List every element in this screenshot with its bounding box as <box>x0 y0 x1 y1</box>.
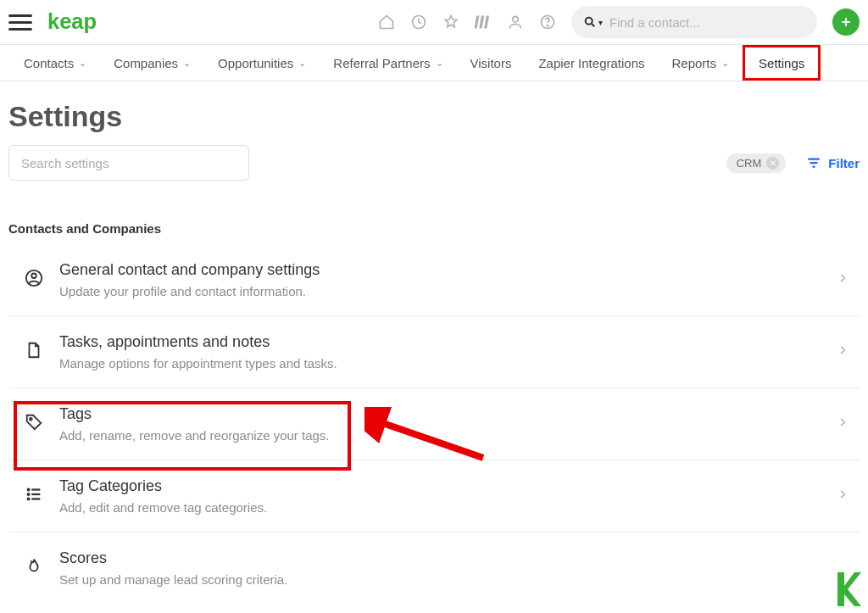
row-title: Scores <box>59 549 826 567</box>
row-tag-categories[interactable]: Tag CategoriesAdd, edit and remove tag c… <box>8 460 860 532</box>
chevron-down-icon: ⌄ <box>436 58 443 69</box>
list-icon <box>25 485 43 507</box>
filter-button[interactable]: Filter <box>806 155 860 170</box>
nav-opportunities[interactable]: Opportunities⌄ <box>204 45 320 81</box>
svg-point-11 <box>30 418 32 421</box>
row-title: Tasks, appointments and notes <box>59 333 826 351</box>
svg-point-7 <box>547 25 548 26</box>
svg-point-10 <box>31 274 36 279</box>
close-icon[interactable]: ✕ <box>766 157 779 170</box>
keap-corner-logo <box>832 572 861 606</box>
chevron-right-icon <box>837 416 849 432</box>
person-circle-icon <box>25 269 43 291</box>
nav-reports[interactable]: Reports⌄ <box>659 45 743 81</box>
clock-icon[interactable] <box>410 14 427 31</box>
settings-list: General contact and company settingsUpda… <box>0 244 868 604</box>
chevron-right-icon <box>837 272 849 287</box>
row-tags[interactable]: TagsAdd, rename, remove and reorganize y… <box>8 388 860 460</box>
nav-visitors[interactable]: Visitors <box>457 45 526 81</box>
chevron-down-icon: ⌄ <box>79 58 86 69</box>
document-icon <box>25 341 43 363</box>
filter-pill-crm[interactable]: CRM✕ <box>726 153 787 173</box>
add-button[interactable] <box>832 8 860 36</box>
nav-settings[interactable]: Settings <box>743 45 821 81</box>
brand-logo[interactable]: keap <box>47 9 118 35</box>
svg-point-13 <box>28 493 30 495</box>
row-desc: Add, edit and remove tag categories. <box>59 500 826 515</box>
menu-icon[interactable] <box>8 10 32 34</box>
star-icon[interactable] <box>442 14 459 31</box>
search-icon: ▾ <box>583 15 603 29</box>
controls-row: CRM✕ Filter <box>0 145 868 181</box>
section-title: Contacts and Companies <box>0 181 868 244</box>
chevron-right-icon <box>837 488 849 504</box>
row-tasks[interactable]: Tasks, appointments and notesManage opti… <box>8 316 860 388</box>
row-general-settings[interactable]: General contact and company settingsUpda… <box>8 244 860 316</box>
flame-icon <box>25 557 43 579</box>
chevron-down-icon: ⌄ <box>721 58 729 69</box>
top-icon-group <box>378 14 556 31</box>
svg-rect-2 <box>475 16 479 29</box>
svg-point-5 <box>513 16 519 22</box>
svg-point-8 <box>586 18 593 25</box>
nav-bar: Contacts⌄ Companies⌄ Opportunities⌄ Refe… <box>0 44 868 81</box>
svg-text:keap: keap <box>47 9 97 33</box>
row-title: General contact and company settings <box>59 261 826 279</box>
svg-rect-3 <box>479 16 484 29</box>
row-title: Tags <box>59 405 826 423</box>
tag-icon <box>25 413 43 435</box>
filter-icon <box>806 155 821 170</box>
svg-point-12 <box>28 489 30 491</box>
nav-contacts[interactable]: Contacts⌄ <box>10 45 100 81</box>
row-desc: Add, rename, remove and reorganize your … <box>59 428 826 443</box>
row-desc: Update your profile and contact informat… <box>59 284 826 298</box>
row-title: Tag Categories <box>59 477 826 495</box>
nav-zapier[interactable]: Zapier Integrations <box>525 45 658 81</box>
svg-rect-4 <box>484 16 489 29</box>
chevron-down-icon: ⌄ <box>183 58 191 69</box>
contact-search[interactable]: ▾ <box>571 6 817 38</box>
nav-referral-partners[interactable]: Referral Partners⌄ <box>320 45 456 81</box>
row-desc: Manage options for appointment types and… <box>59 356 826 371</box>
page-title: Settings <box>0 81 868 145</box>
nav-companies[interactable]: Companies⌄ <box>100 45 204 81</box>
row-desc: Set up and manage lead scoring criteria. <box>59 572 826 587</box>
apps-icon[interactable] <box>475 14 492 31</box>
svg-point-14 <box>28 499 30 500</box>
settings-search-input[interactable] <box>8 145 249 181</box>
user-icon[interactable] <box>507 14 524 31</box>
top-bar: keap ▾ <box>0 0 868 44</box>
chevron-down-icon: ⌄ <box>298 58 306 69</box>
home-icon[interactable] <box>378 14 395 31</box>
help-icon[interactable] <box>539 14 556 31</box>
contact-search-input[interactable] <box>609 15 805 30</box>
chevron-right-icon <box>837 344 849 359</box>
row-scores[interactable]: ScoresSet up and manage lead scoring cri… <box>8 532 860 604</box>
